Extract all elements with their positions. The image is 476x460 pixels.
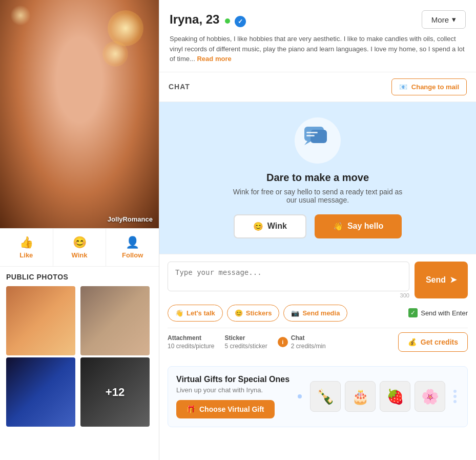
dot-3 bbox=[453, 400, 457, 403]
lets-talk-icon: 👋 bbox=[175, 309, 183, 317]
chat-header: CHAT 📧 Change to mail bbox=[159, 72, 476, 102]
photo-thumb-3[interactable] bbox=[6, 357, 75, 427]
wink-cta-button[interactable]: 😊 Wink bbox=[234, 214, 306, 238]
public-photos-section: PUBLIC PHOTOS +12 bbox=[0, 267, 159, 433]
name-age-container: Iryna, 23 ✓ bbox=[170, 12, 246, 27]
wink-button[interactable]: 😊 Wink bbox=[53, 229, 107, 266]
attachment-value: 10 credits/picture bbox=[168, 343, 214, 350]
gifts-title: Virtual Gifts for Special Ones bbox=[176, 375, 289, 384]
left-panel: JollyRomance 👍 Like 😊 Wink 👤 Follow PUBL… bbox=[0, 0, 159, 460]
lets-talk-button[interactable]: 👋 Let's talk bbox=[168, 305, 223, 322]
gift-item-1[interactable]: 🍾 bbox=[310, 381, 341, 412]
profile-name: Iryna, 23 bbox=[170, 12, 223, 26]
decorative-dots bbox=[453, 390, 457, 403]
send-enter-checkbox[interactable]: ✓ bbox=[408, 308, 418, 317]
svg-marker-2 bbox=[304, 141, 312, 145]
sticker-value: 5 credits/sticker bbox=[224, 343, 267, 350]
wink-icon: 😊 bbox=[73, 236, 87, 249]
svg-rect-3 bbox=[306, 132, 318, 133]
checkmark-icon: ✓ bbox=[410, 309, 416, 316]
chat-credit-info: i Chat 2 credits/min bbox=[278, 334, 326, 350]
chat-credit-label: Chat bbox=[291, 334, 326, 342]
char-count: 300 bbox=[168, 292, 409, 298]
right-panel: Iryna, 23 ✓ More ▾ Speaking of hobbies, … bbox=[159, 0, 476, 460]
watermark: JollyRomance bbox=[108, 215, 153, 223]
attachment-label: Attachment bbox=[168, 334, 214, 342]
gift-item-2[interactable]: 🎂 bbox=[345, 381, 376, 412]
cta-subtitle: Wink for free or say hello to send a rea… bbox=[231, 188, 405, 204]
profile-photo: JollyRomance bbox=[0, 0, 159, 228]
gifts-text: Virtual Gifts for Special Ones Liven up … bbox=[176, 375, 289, 418]
bio-text: Speaking of hobbies, I like hobbies that… bbox=[170, 34, 466, 64]
photo-thumb-1[interactable] bbox=[6, 286, 75, 355]
chat-section: CHAT 📧 Change to mail bbox=[159, 72, 476, 461]
gift-item-3[interactable]: 🍓 bbox=[380, 381, 410, 412]
sticker-label: Sticker bbox=[224, 334, 267, 342]
chat-info: Chat 2 credits/min bbox=[291, 334, 326, 350]
message-input-row: 300 Send ➤ bbox=[168, 262, 468, 298]
virtual-gifts-section: Virtual Gifts for Special Ones Liven up … bbox=[168, 366, 468, 427]
gifts-images: 🍾 🎂 🍓 🌸 bbox=[310, 381, 445, 412]
public-photos-title: PUBLIC PHOTOS bbox=[6, 273, 153, 281]
cta-title: Dare to make a move bbox=[266, 172, 369, 184]
gifts-subtitle: Liven up your chat with Iryna. bbox=[176, 386, 289, 394]
verified-badge: ✓ bbox=[235, 16, 246, 27]
action-buttons: 👍 Like 😊 Wink 👤 Follow bbox=[0, 228, 159, 267]
decorative-dot-1 bbox=[298, 394, 302, 398]
say-hello-button[interactable]: 👋 Say hello bbox=[315, 214, 402, 238]
photos-grid: +12 bbox=[6, 286, 153, 427]
mail-icon: 📧 bbox=[399, 83, 407, 91]
send-with-enter-wrapper: ✓ Send with Enter bbox=[408, 308, 468, 317]
action-toolbar: 👋 Let's talk 😊 Stickers 📷 Send media ✓ bbox=[168, 305, 468, 322]
change-to-mail-button[interactable]: 📧 Change to mail bbox=[391, 78, 467, 95]
chat-credit-value: 2 credits/min bbox=[291, 343, 326, 350]
get-credits-button[interactable]: 💰 Get credits bbox=[398, 332, 468, 352]
chevron-down-icon: ▾ bbox=[452, 15, 456, 24]
profile-header: Iryna, 23 ✓ More ▾ Speaking of hobbies, … bbox=[159, 0, 476, 72]
like-label: Like bbox=[19, 251, 33, 259]
svg-rect-4 bbox=[306, 135, 315, 136]
read-more-link[interactable]: Read more bbox=[197, 55, 231, 63]
gift-icon: 🎁 bbox=[187, 405, 195, 413]
message-input[interactable] bbox=[168, 262, 409, 291]
chat-cta: Dare to make a move Wink for free or say… bbox=[159, 102, 476, 254]
send-button[interactable]: Send ➤ bbox=[415, 262, 468, 298]
choose-gift-button[interactable]: 🎁 Choose Virtual Gift bbox=[176, 400, 275, 418]
chat-label: CHAT bbox=[169, 83, 190, 91]
send-enter-label: Send with Enter bbox=[421, 309, 468, 317]
cta-icon-wrapper bbox=[295, 117, 341, 164]
photo-thumb-4[interactable]: +12 bbox=[80, 357, 150, 427]
wink-cta-icon: 😊 bbox=[253, 222, 263, 231]
sticker-info: Sticker 5 credits/sticker bbox=[224, 334, 267, 350]
dot-1 bbox=[453, 390, 457, 393]
more-photos-badge: +12 bbox=[106, 386, 125, 399]
photo-thumb-2[interactable] bbox=[80, 286, 150, 355]
follow-icon: 👤 bbox=[126, 236, 139, 249]
send-media-icon: 📷 bbox=[291, 309, 299, 317]
say-hello-icon: 👋 bbox=[333, 222, 343, 231]
wink-label: Wink bbox=[72, 251, 88, 259]
cta-buttons: 😊 Wink 👋 Say hello bbox=[234, 214, 402, 238]
gift-item-4[interactable]: 🌸 bbox=[415, 381, 445, 412]
send-arrow-icon: ➤ bbox=[450, 275, 457, 285]
like-button[interactable]: 👍 Like bbox=[0, 229, 53, 266]
stickers-button[interactable]: 😊 Stickers bbox=[227, 305, 280, 322]
more-button[interactable]: More ▾ bbox=[422, 10, 466, 29]
like-icon: 👍 bbox=[19, 236, 33, 249]
chat-bubbles-icon bbox=[302, 125, 333, 156]
info-icon: i bbox=[278, 337, 288, 347]
follow-button[interactable]: 👤 Follow bbox=[106, 229, 159, 266]
dot-2 bbox=[453, 395, 457, 398]
get-credits-icon: 💰 bbox=[408, 338, 417, 346]
credits-row: Attachment 10 credits/picture Sticker 5 … bbox=[168, 328, 468, 356]
stickers-icon: 😊 bbox=[235, 309, 243, 317]
name-row: Iryna, 23 ✓ More ▾ bbox=[170, 10, 466, 29]
follow-label: Follow bbox=[122, 251, 143, 259]
send-media-button[interactable]: 📷 Send media bbox=[283, 305, 347, 322]
attachment-info: Attachment 10 credits/picture bbox=[168, 334, 214, 350]
online-indicator bbox=[225, 18, 230, 24]
message-area: 300 Send ➤ 👋 Let's talk 😊 Sticke bbox=[159, 254, 476, 361]
